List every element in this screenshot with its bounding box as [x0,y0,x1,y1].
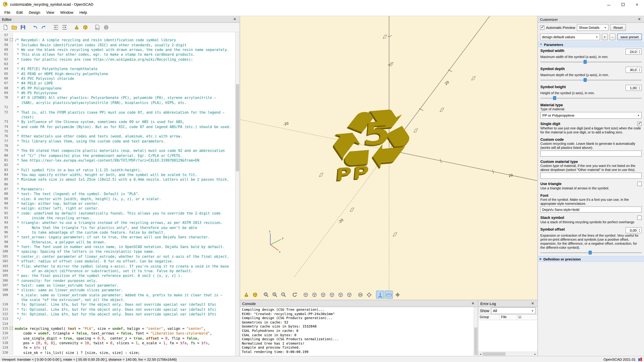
automatic-preview-checkbox[interactable] [540,25,544,30]
zoom-out-button[interactable] [280,291,288,299]
3d-viewport[interactable]: -2020-2020 ♻ 5 PP z y x [240,16,537,300]
customizer-close-icon[interactable]: ✕ [636,17,642,21]
hscroll-thumb[interactable] [483,352,505,356]
errorlog-column-file[interactable]: File [500,315,517,320]
symbol-depth-spinbox[interactable]: 30,0▲▼ [626,67,642,73]
error-log-close-icon[interactable]: ✕ [530,301,535,306]
undo-button[interactable] [31,23,39,31]
menu-window[interactable]: Window [57,9,76,15]
error-log-body[interactable] [478,320,537,352]
symbol-width-spinbox[interactable]: 24,0▲▼ [626,49,642,55]
preset-dropdown[interactable]: design default values▼ [540,33,600,40]
open-folder-button[interactable] [10,23,18,31]
render-button[interactable] [251,291,259,299]
error-log-filter-dropdown[interactable]: All▼ [491,307,536,314]
symbol-height-slider[interactable] [540,96,642,100]
render-button[interactable] [81,23,89,31]
single-digit-checkbox[interactable] [637,122,642,126]
view-bottom-button[interactable] [319,291,327,299]
redo-button[interactable] [40,23,48,31]
menu-view[interactable]: View [43,9,57,15]
fold-margin[interactable]: - [10,38,13,42]
menu-file[interactable]: File [1,9,13,15]
minimize-button[interactable] [602,0,616,9]
view-front-button[interactable] [336,291,344,299]
spin-up-icon[interactable]: ▲ [639,68,640,70]
console-output[interactable]: Compiling design (CSG Tree generation)..… [240,307,478,356]
editor-scrollbar-thumb[interactable] [236,84,239,171]
menu-help[interactable]: Help [76,9,90,15]
preview-button[interactable] [242,291,250,299]
unindent-button[interactable] [52,23,60,31]
openscad-logo-icon [3,1,8,7]
editor-scrollbar[interactable] [235,32,240,356]
remove-preset-button[interactable]: - [609,33,615,40]
view-center-button[interactable] [365,291,373,299]
export-stl-button[interactable]: STL [93,23,101,31]
indent-button[interactable] [60,23,68,31]
stack-symbol-checkbox[interactable] [637,216,642,220]
parameters-section-header[interactable]: ▼ Parameters [538,41,644,47]
show-scale-markers-button[interactable] [385,291,393,299]
view-back-button[interactable] [345,291,353,299]
symbol-width-slider-handle[interactable] [584,60,587,64]
use-triangle-checkbox[interactable] [637,182,642,186]
show-axes-button[interactable] [376,291,384,299]
custom-material-type-input[interactable] [540,173,642,179]
view-diagonal-button[interactable] [356,291,364,299]
new-file-button[interactable] [1,23,10,31]
close-button[interactable]: × [630,0,644,9]
fold-margin[interactable]: - [10,326,13,331]
spin-up-icon[interactable]: ▲ [639,86,640,88]
spin-down-icon[interactable]: ▼ [639,52,640,54]
send-to-printer-button[interactable] [102,23,110,31]
reset-button[interactable]: Reset [610,24,626,31]
view-top-button[interactable] [310,291,318,299]
code-editor[interactable]: 5758-/* Recymbol: A simple recycling and… [0,32,240,356]
console-close-icon[interactable]: ✕ [470,301,476,306]
show-crosshair-button[interactable] [394,291,402,299]
spin-down-icon[interactable]: ▼ [639,70,640,72]
console-scrollbar-thumb[interactable] [474,328,477,355]
spin-up-icon[interactable]: ▲ [639,228,640,230]
error-log-hscrollbar[interactable]: ◄ ► [478,352,537,356]
console-scrollbar[interactable] [474,307,478,356]
material-type-dropdown[interactable]: PP or Polypropylene▼ [540,112,642,119]
save-preset-button[interactable]: save preset [617,33,642,40]
maximize-button[interactable] [616,0,630,9]
editor-close-icon[interactable]: ✕ [232,17,238,21]
symbol-offset-slider[interactable] [540,251,642,254]
errorlog-column-li[interactable]: Li [517,315,537,320]
save-button[interactable] [19,23,27,31]
menu-design[interactable]: Design [26,9,43,15]
reset-view-button[interactable] [290,291,298,299]
spin-up-icon[interactable]: ▲ [639,50,640,52]
errorlog-column-group[interactable]: Group [478,315,500,320]
fold-margin [10,249,13,254]
menu-edit[interactable]: Edit [13,9,26,15]
custom-code-input[interactable] [540,150,642,157]
zoom-all-button[interactable] [262,291,270,299]
symbol-offset-slider-handle[interactable] [589,251,592,254]
hscroll-track[interactable] [483,352,533,356]
spin-down-icon[interactable]: ▼ [639,88,640,90]
view-left-button[interactable] [328,291,336,299]
view-right-button[interactable] [302,291,310,299]
symbol-depth-slider-handle[interactable] [584,78,587,82]
zoom-in-button[interactable] [271,291,279,299]
symbol-width-slider[interactable] [540,60,642,64]
font-input[interactable]: DejaVu Sans:style=bold [540,206,642,213]
scroll-left-icon[interactable]: ◄ [478,353,483,355]
fold-margin [10,182,13,187]
scroll-right-icon[interactable]: ► [533,353,537,355]
symbol-offset-spinbox[interactable]: 0,00▲▼ [626,227,642,233]
fold-margin [10,196,13,201]
definition-section-header[interactable]: ▶ Definition or precision [538,256,644,262]
symbol-height-spinbox[interactable]: 1,00▲▼ [626,85,642,91]
symbol-height-slider-handle[interactable] [553,96,556,100]
symbol-depth-slider[interactable] [540,78,642,82]
add-preset-button[interactable]: + [602,33,608,40]
details-dropdown[interactable]: Show Details▼ [577,24,608,31]
spin-down-icon[interactable]: ▼ [639,230,640,232]
preview-button[interactable] [72,23,80,31]
